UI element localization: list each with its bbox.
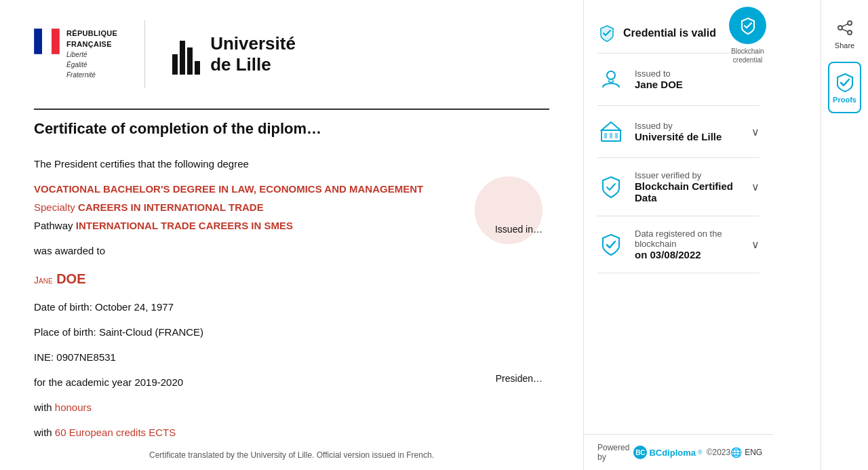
pathway-value: INTERNATIONAL TRADE CAREERS IN SMES — [76, 220, 293, 231]
president-label: Presiden… — [496, 373, 542, 384]
sidebar-right-actions: Share Proofs — [821, 0, 868, 470]
blockchain-badge: Blockchain credential — [729, 7, 766, 64]
honours-line: with honours — [34, 398, 549, 416]
issued-by-icon-container — [597, 118, 625, 145]
credits-line: with 60 European credits ECTS — [34, 423, 549, 442]
credential-valid-icon — [597, 24, 616, 43]
blockchain-badge-label: Blockchain credential — [731, 47, 764, 64]
blockchain-row[interactable]: Data registered on the blockchain on 03/… — [597, 216, 760, 273]
svg-rect-11 — [604, 133, 607, 138]
person-icon — [599, 67, 623, 92]
issued-to-label: Issued to — [635, 68, 760, 79]
cert-title: Certificate of completion of the diplom… — [34, 120, 549, 138]
share-icon — [834, 17, 856, 39]
issuer-verified-value: Blockchain Certified Data — [635, 180, 741, 203]
recipient-last: DOE — [56, 271, 85, 286]
issued-by-content: Issued by Université de Lille — [635, 121, 741, 142]
verified-shield-icon — [599, 175, 623, 199]
lang-value: ENG — [745, 448, 762, 457]
proofs-label: Proofs — [833, 96, 856, 104]
svg-point-17 — [838, 26, 842, 30]
powered-by-section: Powered by BC BCdiploma® ©2023 — [597, 443, 730, 462]
dob-label: Date of birth: — [34, 301, 92, 313]
cert-intro: The President certifies that the followi… — [34, 155, 549, 173]
pob-line: Place of birth: Saint-Cloud (FRANCE) — [34, 323, 549, 341]
share-button[interactable]: Share — [831, 7, 859, 60]
cert-body: The President certifies that the followi… — [34, 155, 549, 442]
bcd-icon: BC — [633, 446, 647, 459]
cert-header: RÉPUBLIQUE FRANÇAISE Liberté Égalité Fra… — [34, 20, 549, 88]
chain-icon — [599, 233, 623, 257]
blockchain-row-icon-container — [597, 231, 625, 258]
blockchain-logo-circle — [729, 7, 766, 44]
academic-year: for the academic year 2019-2020 — [34, 373, 549, 391]
republic-text: RÉPUBLIQUE FRANÇAISE Liberté Égalité Fra… — [66, 28, 117, 80]
specialty-value: CAREERS IN INTERNATIONAL TRADE — [78, 201, 264, 213]
recipient-first: Jane — [34, 275, 53, 286]
sidebar-footer: Powered by BC BCdiploma® ©2023 🌐 ENG — [584, 434, 773, 470]
motto-fraternite: Fraternité — [66, 71, 96, 79]
issuer-verified-row[interactable]: Issuer verified by Blockchain Certified … — [597, 158, 760, 216]
issuer-verified-icon-container — [597, 174, 625, 201]
pob-label: Place of birth: — [34, 326, 96, 338]
svg-point-18 — [848, 31, 852, 35]
svg-rect-0 — [34, 28, 42, 54]
svg-line-19 — [842, 24, 848, 27]
recipient-name: Jane DOE — [34, 267, 549, 291]
svg-text:DE LILLE: DE LILLE — [497, 210, 520, 216]
issued-by-chevron: ∨ — [751, 125, 760, 138]
pathway-line: Pathway INTERNATIONAL TRADE CAREERS IN S… — [34, 220, 293, 231]
cert-title-section: Certificate of completion of the diplom… — [34, 109, 549, 138]
share-label: Share — [835, 41, 854, 50]
proofs-button[interactable]: Proofs — [828, 62, 861, 113]
blockchain-label: Data registered on the blockchain — [635, 229, 741, 249]
powered-by-label: Powered by — [597, 443, 629, 462]
univ-icon — [172, 34, 200, 75]
svg-point-8 — [607, 71, 615, 79]
svg-line-20 — [842, 29, 848, 32]
ine-value: 0907NE8531 — [56, 351, 116, 363]
blockchain-content: Data registered on the blockchain on 03/… — [635, 229, 741, 260]
degree-name: VOCATIONAL BACHELOR'S DEGREE IN LAW, ECO… — [34, 183, 423, 195]
svg-rect-1 — [42, 28, 52, 54]
issued-to-value: Jane DOE — [635, 79, 760, 90]
pathway-label: Pathway — [34, 220, 73, 231]
lang-selector[interactable]: 🌐 ENG — [730, 447, 762, 458]
blockchain-chevron: ∨ — [751, 238, 760, 251]
issuer-verified-content: Issuer verified by Blockchain Certified … — [635, 170, 741, 203]
issued-to-content: Issued to Jane DOE — [635, 68, 760, 90]
bcd-name: BCdiploma — [649, 448, 696, 458]
dob-value: October 24, 1977 — [95, 301, 174, 313]
proofs-icon — [834, 71, 856, 93]
issuer-verified-label: Issuer verified by — [635, 170, 741, 180]
cert-footer-note: Certificate translated by the University… — [0, 450, 583, 460]
svg-text:UNIVERSITÉ: UNIVERSITÉ — [492, 202, 525, 208]
dob-line: Date of birth: October 24, 1977 — [34, 298, 549, 316]
issuer-verified-chevron: ∨ — [751, 180, 760, 193]
copyright: ©2023 — [707, 448, 731, 457]
bcdiploma-logo: BC BCdiploma® — [633, 446, 702, 459]
specialty-line: Specialty CAREERS IN INTERNATIONAL TRADE — [34, 201, 264, 213]
ine-line: INE: 0907NE8531 — [34, 348, 549, 366]
issued-by-value: Université de Lille — [635, 131, 741, 142]
french-flag-icon — [34, 28, 60, 54]
issued-to-icon — [597, 66, 625, 93]
ine-label: INE: — [34, 351, 54, 363]
globe-icon: 🌐 — [730, 447, 742, 458]
issued-by-label: Issued by — [635, 121, 741, 131]
republic-name-line1: RÉPUBLIQUE FRANÇAISE — [66, 28, 117, 50]
motto-egalite: Égalité — [66, 61, 87, 68]
university-logo: Universitéde Lille — [172, 33, 296, 75]
building-icon — [599, 119, 623, 144]
republic-logo: RÉPUBLIQUE FRANÇAISE Liberté Égalité Fra… — [34, 28, 117, 80]
credential-valid-text: Credential is valid — [623, 27, 726, 39]
sidebar-main: Blockchain credential Credential is vali… — [583, 0, 821, 470]
svg-rect-2 — [52, 28, 60, 54]
blockchain-icon — [738, 16, 758, 36]
issued-by-row[interactable]: Issued by Université de Lille ∨ — [597, 106, 760, 158]
svg-rect-13 — [615, 133, 618, 138]
motto-liberte: Liberté — [66, 51, 87, 58]
svg-point-16 — [848, 21, 852, 25]
certificate-panel: RÉPUBLIQUE FRANÇAISE Liberté Égalité Fra… — [0, 0, 583, 470]
university-name: Universitéde Lille — [210, 33, 296, 75]
